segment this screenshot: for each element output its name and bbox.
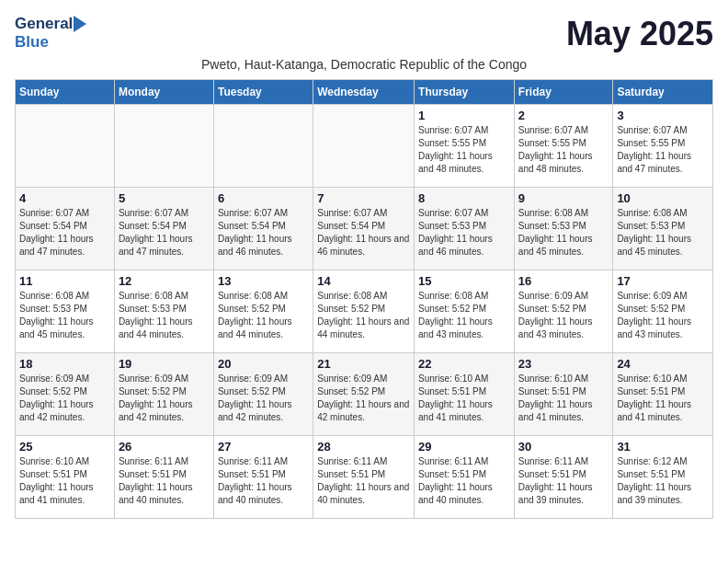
day-info: Sunrise: 6:12 AMSunset: 5:51 PMDaylight:… [617,455,709,507]
month-title: May 2025 [566,15,713,53]
col-header-thursday: Thursday [415,80,515,105]
calendar-cell: 20Sunrise: 6:09 AMSunset: 5:52 PMDayligh… [213,353,313,436]
day-number: 11 [19,274,110,288]
calendar-cell: 17Sunrise: 6:09 AMSunset: 5:52 PMDayligh… [613,270,713,353]
day-info: Sunrise: 6:09 AMSunset: 5:52 PMDaylight:… [119,373,210,424]
day-number: 14 [317,274,410,288]
calendar-table: SundayMondayTuesdayWednesdayThursdayFrid… [15,79,713,519]
day-info: Sunrise: 6:08 AMSunset: 5:53 PMDaylight:… [19,290,110,341]
calendar-cell: 21Sunrise: 6:09 AMSunset: 5:52 PMDayligh… [313,353,415,436]
day-number: 17 [617,274,709,288]
day-info: Sunrise: 6:10 AMSunset: 5:51 PMDaylight:… [418,373,510,424]
col-header-wednesday: Wednesday [313,80,415,105]
day-info: Sunrise: 6:09 AMSunset: 5:52 PMDaylight:… [518,290,609,341]
calendar-cell: 24Sunrise: 6:10 AMSunset: 5:51 PMDayligh… [613,353,713,436]
day-info: Sunrise: 6:07 AMSunset: 5:54 PMDaylight:… [218,207,309,259]
calendar-cell [313,105,415,188]
day-number: 15 [418,274,510,288]
calendar-cell: 10Sunrise: 6:08 AMSunset: 5:53 PMDayligh… [613,188,713,270]
day-number: 29 [418,440,510,454]
calendar-cell: 30Sunrise: 6:11 AMSunset: 5:51 PMDayligh… [514,436,613,519]
day-number: 23 [518,357,609,371]
calendar-cell: 29Sunrise: 6:11 AMSunset: 5:51 PMDayligh… [415,436,515,519]
day-number: 3 [617,109,709,122]
calendar-cell: 28Sunrise: 6:11 AMSunset: 5:51 PMDayligh… [313,436,415,519]
day-info: Sunrise: 6:09 AMSunset: 5:52 PMDaylight:… [617,290,709,341]
day-number: 10 [617,191,709,205]
calendar-cell: 11Sunrise: 6:08 AMSunset: 5:53 PMDayligh… [16,270,115,353]
day-number: 12 [119,274,210,288]
day-info: Sunrise: 6:09 AMSunset: 5:52 PMDaylight:… [317,373,410,424]
subtitle: Pweto, Haut-Katanga, Democratic Republic… [15,57,713,72]
calendar-cell: 4Sunrise: 6:07 AMSunset: 5:54 PMDaylight… [16,188,115,270]
col-header-saturday: Saturday [613,80,713,105]
calendar-cell: 15Sunrise: 6:08 AMSunset: 5:52 PMDayligh… [415,270,515,353]
calendar-cell: 12Sunrise: 6:08 AMSunset: 5:53 PMDayligh… [114,270,213,353]
logo-blue: Blue [15,33,49,52]
day-info: Sunrise: 6:08 AMSunset: 5:52 PMDaylight:… [317,290,410,341]
day-info: Sunrise: 6:11 AMSunset: 5:51 PMDaylight:… [119,455,210,507]
day-info: Sunrise: 6:09 AMSunset: 5:52 PMDaylight:… [19,373,110,424]
calendar-cell: 8Sunrise: 6:07 AMSunset: 5:53 PMDaylight… [415,188,515,270]
day-info: Sunrise: 6:08 AMSunset: 5:53 PMDaylight:… [617,207,709,259]
day-number: 2 [518,109,609,122]
day-info: Sunrise: 6:11 AMSunset: 5:51 PMDaylight:… [218,455,309,507]
day-info: Sunrise: 6:07 AMSunset: 5:55 PMDaylight:… [418,124,510,176]
day-number: 24 [617,357,709,371]
day-info: Sunrise: 6:07 AMSunset: 5:55 PMDaylight:… [617,124,709,176]
calendar-cell: 27Sunrise: 6:11 AMSunset: 5:51 PMDayligh… [213,436,313,519]
calendar-cell: 9Sunrise: 6:08 AMSunset: 5:53 PMDaylight… [514,188,613,270]
day-number: 26 [119,440,210,454]
day-number: 6 [218,191,309,205]
col-header-sunday: Sunday [16,80,115,105]
calendar-cell: 3Sunrise: 6:07 AMSunset: 5:55 PMDaylight… [613,105,713,188]
calendar-cell: 22Sunrise: 6:10 AMSunset: 5:51 PMDayligh… [415,353,515,436]
calendar-cell: 23Sunrise: 6:10 AMSunset: 5:51 PMDayligh… [514,353,613,436]
col-header-friday: Friday [514,80,613,105]
day-number: 5 [119,191,210,205]
logo: General Blue [15,15,86,52]
calendar-cell: 1Sunrise: 6:07 AMSunset: 5:55 PMDaylight… [415,105,515,188]
calendar-cell: 25Sunrise: 6:10 AMSunset: 5:51 PMDayligh… [16,436,115,519]
title-section: May 2025 [566,15,713,53]
day-number: 31 [617,440,709,454]
day-number: 19 [119,357,210,371]
calendar-cell: 18Sunrise: 6:09 AMSunset: 5:52 PMDayligh… [16,353,115,436]
day-number: 22 [418,357,510,371]
calendar-cell: 26Sunrise: 6:11 AMSunset: 5:51 PMDayligh… [114,436,213,519]
day-number: 20 [218,357,309,371]
day-info: Sunrise: 6:10 AMSunset: 5:51 PMDaylight:… [19,455,110,507]
day-info: Sunrise: 6:11 AMSunset: 5:51 PMDaylight:… [518,455,609,507]
day-number: 1 [418,109,510,122]
calendar-cell [114,105,213,188]
day-info: Sunrise: 6:08 AMSunset: 5:53 PMDaylight:… [119,290,210,341]
logo-general: General [15,15,73,33]
day-info: Sunrise: 6:07 AMSunset: 5:54 PMDaylight:… [119,207,210,259]
day-info: Sunrise: 6:11 AMSunset: 5:51 PMDaylight:… [418,455,510,507]
day-info: Sunrise: 6:08 AMSunset: 5:53 PMDaylight:… [518,207,609,259]
day-number: 25 [19,440,110,454]
day-number: 21 [317,357,410,371]
day-info: Sunrise: 6:11 AMSunset: 5:51 PMDaylight:… [317,455,410,507]
day-number: 30 [518,440,609,454]
calendar-cell: 19Sunrise: 6:09 AMSunset: 5:52 PMDayligh… [114,353,213,436]
calendar-cell [213,105,313,188]
day-info: Sunrise: 6:07 AMSunset: 5:53 PMDaylight:… [418,207,510,259]
day-number: 9 [518,191,609,205]
day-info: Sunrise: 6:07 AMSunset: 5:54 PMDaylight:… [19,207,110,259]
day-number: 7 [317,191,410,205]
day-number: 8 [418,191,510,205]
day-number: 13 [218,274,309,288]
calendar-cell: 14Sunrise: 6:08 AMSunset: 5:52 PMDayligh… [313,270,415,353]
calendar-cell: 2Sunrise: 6:07 AMSunset: 5:55 PMDaylight… [514,105,613,188]
day-info: Sunrise: 6:10 AMSunset: 5:51 PMDaylight:… [518,373,609,424]
col-header-tuesday: Tuesday [213,80,313,105]
calendar-cell: 16Sunrise: 6:09 AMSunset: 5:52 PMDayligh… [514,270,613,353]
calendar-cell: 6Sunrise: 6:07 AMSunset: 5:54 PMDaylight… [213,188,313,270]
day-info: Sunrise: 6:07 AMSunset: 5:55 PMDaylight:… [518,124,609,176]
col-header-monday: Monday [114,80,213,105]
day-number: 18 [19,357,110,371]
logo-triangle-icon [74,16,86,32]
day-info: Sunrise: 6:09 AMSunset: 5:52 PMDaylight:… [218,373,309,424]
day-number: 27 [218,440,309,454]
